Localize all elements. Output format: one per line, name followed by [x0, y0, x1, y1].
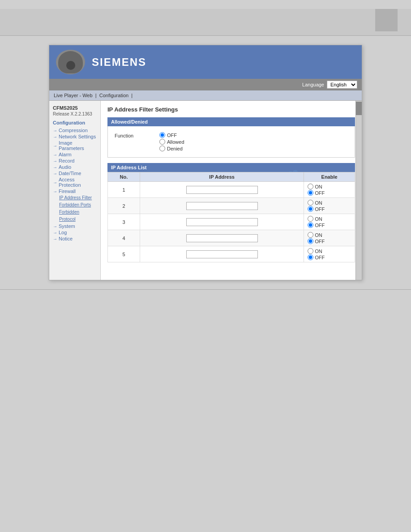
arrow-icon: →	[53, 189, 57, 194]
sidebar-item-ip-address-filter[interactable]: IP Address Filter	[53, 194, 97, 202]
allowed-denied-header: Allowed/Denied	[107, 117, 355, 126]
enable-on-radio-2[interactable]	[308, 200, 313, 206]
table-row: 4 ON	[108, 230, 355, 246]
row-enable-1: ON OFF	[304, 182, 355, 198]
sidebar-item-notice[interactable]: → Notice	[53, 236, 97, 242]
radio-off[interactable]: OFF	[159, 132, 184, 138]
arrow-icon: →	[53, 143, 57, 148]
row-enable-5: ON OFF	[304, 246, 355, 262]
arrow-icon: →	[53, 128, 57, 133]
language-select[interactable]: English German French Spanish	[327, 81, 357, 89]
table-row: 3 ON	[108, 214, 355, 230]
sidebar-item-system[interactable]: → System	[53, 223, 97, 229]
enable-on-2[interactable]: ON	[308, 200, 322, 206]
enable-on-radio-5[interactable]	[308, 248, 313, 254]
col-ip-address: IP Address	[140, 172, 304, 182]
table-row: 2 ON	[108, 198, 355, 214]
row-ip-2	[140, 198, 304, 214]
sidebar-item-network-settings[interactable]: → Network Settings	[53, 133, 97, 140]
row-ip-1	[140, 182, 304, 198]
radio-off-label: OFF	[167, 133, 177, 138]
ip-list-header: IP Address List	[107, 163, 355, 172]
brand-name: SIEMENS	[92, 56, 146, 69]
ip-address-table: No. IP Address Enable 1	[107, 172, 355, 262]
enable-off-radio-2[interactable]	[308, 206, 313, 212]
table-row: 1 ON	[108, 182, 355, 198]
sidebar-item-firewall[interactable]: → Firewall	[53, 188, 97, 194]
enable-on-radio-4[interactable]	[308, 232, 313, 238]
sidebar-item-forbidden-protocol[interactable]: Forbidden Protocol	[53, 209, 97, 223]
ip-input-1[interactable]	[186, 186, 258, 194]
nav-live-player[interactable]: Live Player - Web	[54, 93, 93, 98]
enable-on-1[interactable]: ON	[308, 184, 322, 189]
row-ip-4	[140, 230, 304, 246]
sidebar-item-access-protection[interactable]: → Access Protection	[53, 176, 97, 188]
col-enable: Enable	[304, 172, 355, 182]
enable-on-4[interactable]: ON	[308, 232, 322, 238]
sidebar-item-record[interactable]: → Record	[53, 158, 97, 164]
row-no-3: 3	[108, 214, 140, 230]
camera-logo	[56, 50, 85, 74]
enable-on-radio-1[interactable]	[308, 184, 313, 189]
arrow-icon: →	[53, 134, 57, 139]
camera-dome-icon	[58, 51, 83, 73]
ip-input-3[interactable]	[186, 218, 258, 226]
enable-cell-2: ON OFF	[308, 200, 351, 212]
col-no: No.	[108, 172, 140, 182]
arrow-icon: →	[53, 236, 57, 241]
enable-on-5[interactable]: ON	[308, 248, 322, 254]
sidebar-release: Release X.2.2.1363	[53, 112, 97, 116]
function-radio-group: OFF Allowed Denied	[159, 132, 184, 151]
sidebar-item-forbidden-ports[interactable]: Forbidden Ports	[53, 202, 97, 209]
radio-allowed-input[interactable]	[159, 139, 165, 145]
allowed-denied-content: Function OFF Allowed	[107, 126, 355, 158]
function-label: Function	[115, 132, 159, 138]
radio-denied-input[interactable]	[159, 146, 165, 151]
row-ip-5	[140, 246, 304, 262]
enable-off-5[interactable]: OFF	[308, 254, 325, 260]
ip-input-2[interactable]	[186, 202, 258, 210]
arrow-icon: →	[53, 224, 57, 229]
enable-cell-4: ON OFF	[308, 232, 351, 244]
table-row: 5 ON	[108, 246, 355, 262]
row-enable-4: ON OFF	[304, 230, 355, 246]
enable-off-3[interactable]: OFF	[308, 222, 325, 228]
enable-off-1[interactable]: OFF	[308, 190, 325, 196]
enable-off-4[interactable]: OFF	[308, 238, 325, 244]
arrow-icon: →	[53, 180, 57, 185]
sidebar-item-audio[interactable]: → Audio	[53, 164, 97, 170]
enable-off-radio-1[interactable]	[308, 190, 313, 196]
enable-off-radio-3[interactable]	[308, 222, 313, 228]
enable-on-3[interactable]: ON	[308, 216, 322, 222]
ip-input-4[interactable]	[186, 234, 258, 242]
radio-denied-label: Denied	[167, 146, 183, 151]
ip-input-5[interactable]	[186, 250, 258, 258]
radio-allowed[interactable]: Allowed	[159, 139, 184, 145]
row-no-1: 1	[108, 182, 140, 198]
sidebar-item-image-parameters[interactable]: → Image Parameters	[53, 140, 97, 151]
row-no-5: 5	[108, 246, 140, 262]
main-content: manualshlive.com IP Address Filter Setti…	[101, 101, 362, 280]
enable-off-radio-4[interactable]	[308, 238, 313, 244]
radio-denied[interactable]: Denied	[159, 146, 184, 151]
sidebar-item-alarm[interactable]: → Alarm	[53, 151, 97, 158]
function-row: Function OFF Allowed	[115, 130, 348, 154]
scroll-indicator[interactable]	[355, 101, 362, 280]
scroll-thumb	[356, 102, 362, 115]
sidebar-item-datetime[interactable]: → Date/Time	[53, 170, 97, 176]
nav-bar: Live Player - Web | Configuration |	[49, 90, 362, 101]
language-bar: Language English German French Spanish	[49, 79, 362, 90]
header: SIEMENS	[49, 45, 362, 79]
sidebar-item-compression[interactable]: → Compression	[53, 127, 97, 133]
sidebar-item-log[interactable]: → Log	[53, 229, 97, 236]
enable-on-radio-3[interactable]	[308, 216, 313, 222]
arrow-icon: →	[53, 165, 57, 170]
enable-off-radio-5[interactable]	[308, 254, 313, 260]
enable-cell-1: ON OFF	[308, 184, 351, 196]
enable-off-2[interactable]: OFF	[308, 206, 325, 212]
page-title: IP Address Filter Settings	[107, 106, 355, 113]
nav-configuration[interactable]: Configuration	[99, 93, 128, 98]
page-wrapper: SIEMENS Language English German French S…	[0, 0, 411, 532]
arrow-icon: →	[53, 230, 57, 235]
radio-off-input[interactable]	[159, 132, 165, 138]
